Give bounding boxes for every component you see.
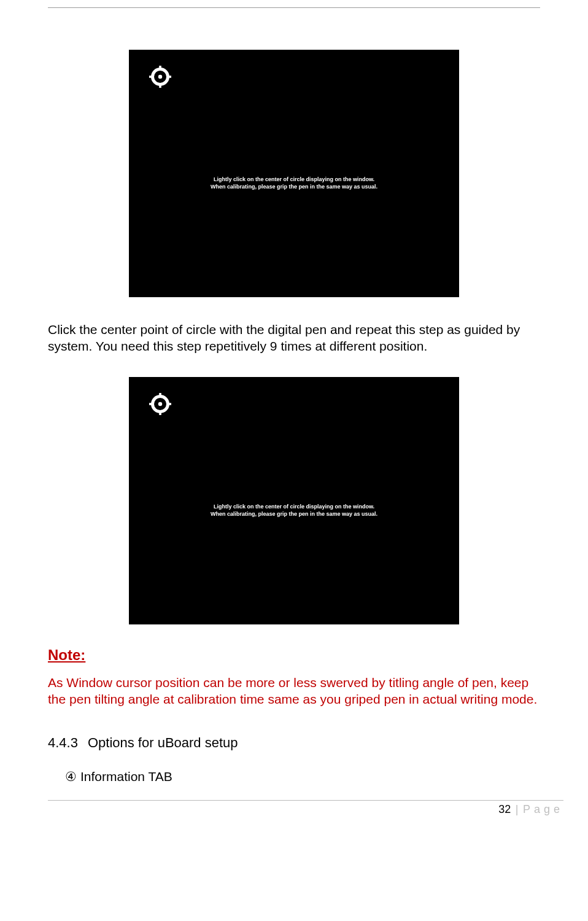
svg-rect-3 — [159, 66, 161, 71]
calibration-screenshot-1: Lightly click on the center of circle di… — [129, 50, 459, 297]
svg-point-9 — [158, 402, 162, 406]
svg-rect-11 — [159, 410, 161, 415]
list-marker-icon: ④ — [65, 769, 77, 784]
svg-rect-6 — [166, 76, 171, 78]
page-word: Page — [523, 803, 563, 815]
content-area: Lightly click on the center of circle di… — [0, 50, 588, 784]
calibration-line2: When calibrating, please grip the pen in… — [211, 511, 377, 517]
svg-point-2 — [158, 75, 162, 79]
instruction-paragraph: Click the center point of circle with th… — [48, 322, 540, 355]
section-number: 4.4.3 — [48, 735, 78, 750]
page-footer: 32 | Page — [48, 800, 563, 825]
svg-rect-10 — [159, 393, 161, 398]
section-title: Options for uBoard setup — [88, 735, 238, 750]
page-separator: | — [516, 803, 519, 815]
calibration-target-icon — [149, 66, 171, 88]
section-heading: 4.4.3Options for uBoard setup — [48, 735, 540, 751]
list-item: ④Information TAB — [65, 769, 540, 784]
calibration-target-icon — [149, 393, 171, 415]
calibration-line1: Lightly click on the center of circle di… — [214, 503, 374, 510]
document-page: Lightly click on the center of circle di… — [0, 7, 588, 825]
svg-rect-4 — [159, 83, 161, 88]
list-item-text: Information TAB — [80, 769, 172, 783]
page-number: 32 — [498, 803, 511, 815]
calibration-instruction-text: Lightly click on the center of circle di… — [129, 176, 459, 190]
note-label: Note: — [48, 647, 540, 664]
calibration-screenshot-2: Lightly click on the center of circle di… — [129, 377, 459, 624]
calibration-instruction-text: Lightly click on the center of circle di… — [129, 503, 459, 518]
calibration-line2: When calibrating, please grip the pen in… — [211, 184, 377, 190]
svg-rect-5 — [149, 76, 154, 78]
calibration-line1: Lightly click on the center of circle di… — [214, 176, 374, 182]
note-body: As Window cursor position can be more or… — [48, 675, 540, 708]
svg-rect-12 — [149, 403, 154, 405]
header-rule — [48, 7, 540, 8]
svg-rect-13 — [166, 403, 171, 405]
